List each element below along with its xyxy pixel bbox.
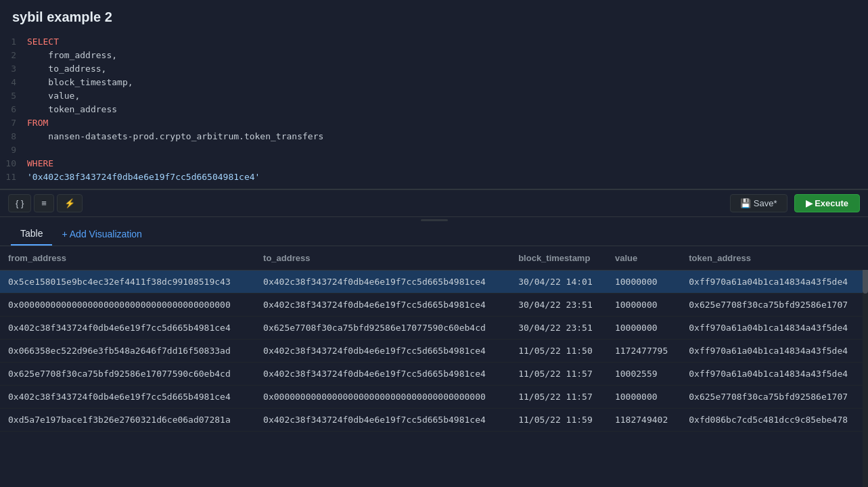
cell-value: 1182749402 [607, 409, 681, 432]
toolbar: { } ≡ ⚡ 💾 Save* Execute [0, 189, 868, 217]
cell-value: 10002559 [607, 363, 681, 386]
line-content: WHERE [27, 158, 53, 168]
line-content: FROM [27, 118, 48, 128]
code-line: 4 block_timestamp, [0, 76, 868, 90]
page-title: sybil example 2 [0, 0, 868, 32]
cell-from_address: 0x5ce158015e9bc4ec32ef4411f38dc99108519c… [0, 271, 255, 294]
code-line: 10WHERE [0, 158, 868, 171]
execute-button[interactable]: Execute [794, 194, 861, 212]
tab-table[interactable]: Table [11, 223, 52, 246]
line-content: block_timestamp, [27, 77, 133, 87]
cell-value: 10000000 [607, 294, 681, 317]
table-row[interactable]: 0xd5a7e197bace1f3b26e2760321d6ce06ad0728… [0, 409, 868, 432]
line-number: 2 [0, 50, 27, 60]
cell-block_timestamp: 30/04/22 23:51 [510, 317, 607, 340]
save-button[interactable]: 💾 Save* [730, 194, 787, 212]
cell-to_address: 0x402c38f343724f0db4e6e19f7cc5d665b4981c… [255, 409, 510, 432]
format-json-button[interactable]: { } [8, 194, 31, 212]
line-content: from_address, [27, 50, 117, 60]
line-number: 10 [0, 158, 27, 168]
col-block-timestamp: block_timestamp [510, 246, 607, 271]
cell-block_timestamp: 11/05/22 11:59 [510, 409, 607, 432]
code-line: 9 [0, 144, 868, 158]
cell-block_timestamp: 11/05/22 11:57 [510, 363, 607, 386]
cell-block_timestamp: 30/04/22 23:51 [510, 294, 607, 317]
editor-area: 1SELECT2 from_address,3 to_address,4 blo… [0, 32, 868, 189]
col-to-address: to_address [255, 246, 510, 271]
divider-handle[interactable] [0, 217, 868, 223]
cell-block_timestamp: 11/05/22 11:50 [510, 340, 607, 363]
save-icon: 💾 [740, 198, 751, 208]
line-number: 1 [0, 37, 27, 47]
line-number: 6 [0, 104, 27, 114]
cell-value: 10000000 [607, 386, 681, 409]
line-number: 3 [0, 64, 27, 74]
run-quick-button[interactable]: ⚡ [57, 194, 83, 212]
code-line: 7FROM [0, 117, 868, 131]
line-content: nansen-datasets-prod.crypto_arbitrum.tok… [27, 131, 323, 141]
cell-from_address: 0x00000000000000000000000000000000000000… [0, 294, 255, 317]
cell-block_timestamp: 30/04/22 14:01 [510, 271, 607, 294]
cell-value: 1172477795 [607, 340, 681, 363]
code-block: 1SELECT2 from_address,3 to_address,4 blo… [0, 32, 868, 189]
code-line: 11 '0x402c38f343724f0db4e6e19f7cc5d66504… [0, 171, 868, 185]
cell-token_address: 0x625e7708f30ca75bfd92586e1707 [681, 386, 868, 409]
line-number: 9 [0, 145, 27, 155]
cell-from_address: 0x402c38f343724f0db4e6e19f7cc5d665b4981c… [0, 317, 255, 340]
line-number: 5 [0, 91, 27, 101]
cell-value: 10000000 [607, 317, 681, 340]
line-number: 4 [0, 77, 27, 87]
cell-token_address: 0xff970a61a04b1ca14834a43f5de4 [681, 340, 868, 363]
cell-to_address: 0x402c38f343724f0db4e6e19f7cc5d665b4981c… [255, 294, 510, 317]
line-content: token_address [27, 104, 117, 114]
code-line: 6 token_address [0, 103, 868, 117]
line-content: to_address, [27, 64, 106, 74]
line-number: 8 [0, 131, 27, 141]
cell-value: 10000000 [607, 271, 681, 294]
cell-to_address: 0x402c38f343724f0db4e6e19f7cc5d665b4981c… [255, 340, 510, 363]
cell-to_address: 0x402c38f343724f0db4e6e19f7cc5d665b4981c… [255, 363, 510, 386]
col-from-address: from_address [0, 246, 255, 271]
table-row[interactable]: 0x066358ec522d96e3fb548a2646f7dd16f50833… [0, 340, 868, 363]
cell-from_address: 0x402c38f343724f0db4e6e19f7cc5d665b4981c… [0, 386, 255, 409]
code-line: 8 nansen-datasets-prod.crypto_arbitrum.t… [0, 131, 868, 144]
cell-from_address: 0xd5a7e197bace1f3b26e2760321d6ce06ad0728… [0, 409, 255, 432]
cell-block_timestamp: 11/05/22 11:57 [510, 386, 607, 409]
cell-to_address: 0x625e7708f30ca75bfd92586e17077590c60eb4… [255, 317, 510, 340]
data-table: from_address to_address block_timestamp … [0, 246, 868, 432]
cell-to_address: 0x402c38f343724f0db4e6e19f7cc5d665b4981c… [255, 271, 510, 294]
table-row[interactable]: 0x402c38f343724f0db4e6e19f7cc5d665b4981c… [0, 386, 868, 409]
results-area: Table + Add Visualization from_address t… [0, 223, 868, 487]
cell-token_address: 0xff970a61a04b1ca14834a43f5de4 [681, 271, 868, 294]
line-content: SELECT [27, 37, 59, 47]
table-row[interactable]: 0x402c38f343724f0db4e6e19f7cc5d665b4981c… [0, 317, 868, 340]
table-wrapper: from_address to_address block_timestamp … [0, 246, 868, 487]
line-content: '0x402c38f343724f0db4e6e19f7cc5d66504981… [27, 172, 260, 182]
code-line: 3 to_address, [0, 63, 868, 76]
tabs-row: Table + Add Visualization [0, 223, 868, 246]
code-line: 2 from_address, [0, 49, 868, 63]
add-visualization-button[interactable]: + Add Visualization [52, 223, 151, 245]
table-row[interactable]: 0x00000000000000000000000000000000000000… [0, 294, 868, 317]
table-row[interactable]: 0x5ce158015e9bc4ec32ef4411f38dc99108519c… [0, 271, 868, 294]
cell-from_address: 0x066358ec522d96e3fb548a2646f7dd16f50833… [0, 340, 255, 363]
vertical-scrollbar[interactable] [863, 246, 868, 487]
line-number: 11 [0, 172, 27, 182]
col-token-address: token_address [681, 246, 868, 271]
cell-from_address: 0x625e7708f30ca75bfd92586e17077590c60eb4… [0, 363, 255, 386]
code-line: 5 value, [0, 90, 868, 103]
line-number: 7 [0, 118, 27, 128]
table-row[interactable]: 0x625e7708f30ca75bfd92586e17077590c60eb4… [0, 363, 868, 386]
col-value: value [607, 246, 681, 271]
cell-token_address: 0xff970a61a04b1ca14834a43f5de4 [681, 317, 868, 340]
cell-to_address: 0x00000000000000000000000000000000000000… [255, 386, 510, 409]
code-line: 1SELECT [0, 36, 868, 49]
cell-token_address: 0x625e7708f30ca75bfd92586e1707 [681, 294, 868, 317]
line-content: value, [27, 91, 80, 101]
format-list-button[interactable]: ≡ [34, 194, 54, 212]
cell-token_address: 0xfd086bc7cd5c481dcc9c85ebe478 [681, 409, 868, 432]
cell-token_address: 0xff970a61a04b1ca14834a43f5de4 [681, 363, 868, 386]
